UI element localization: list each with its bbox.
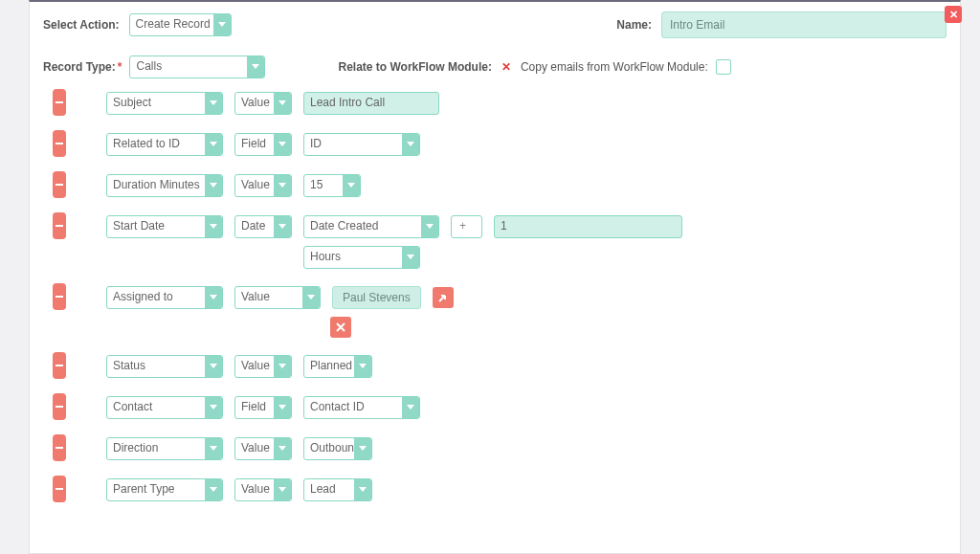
clear-user-button[interactable] [330,317,351,338]
chevron-down-icon [205,479,222,500]
remove-line-button[interactable] [53,393,66,420]
value-dropdown-parent[interactable]: Lead [303,478,372,501]
name-label: Name: [616,18,652,32]
type-dropdown-direction[interactable]: Value [234,437,292,460]
value-dropdown-status[interactable]: Planned [303,355,372,378]
chevron-down-icon [343,175,360,196]
chevron-down-icon [205,134,222,155]
value-dropdown-contact[interactable]: Contact ID [303,396,420,419]
field-dropdown-startdate[interactable]: Start Date [106,215,223,238]
chevron-down-icon [354,479,371,500]
remove-line-button[interactable] [53,212,66,239]
chevron-down-icon [274,93,291,114]
chevron-down-icon [302,287,320,308]
chevron-down-icon [402,134,419,155]
chevron-down-icon [205,216,222,237]
remove-line-button[interactable] [53,434,66,461]
chevron-down-icon [205,397,222,418]
chevron-down-icon [354,356,371,377]
relate-module-label: Relate to WorkFlow Module: [338,60,491,74]
date-offset-input[interactable]: 1 [494,215,682,238]
date-base-dropdown[interactable]: Date Created [303,215,439,238]
chevron-down-icon [205,438,222,459]
relate-module-clear-icon[interactable]: ✕ [501,60,511,74]
value-dropdown-related[interactable]: ID [303,133,420,156]
chevron-down-icon [205,287,222,308]
copy-emails-label: Copy emails from WorkFlow Module: [521,60,708,74]
field-dropdown-contact[interactable]: Contact [106,396,223,419]
chevron-down-icon [274,356,291,377]
record-type-dropdown[interactable]: Calls [129,55,265,78]
value-dropdown-direction[interactable]: Outbound [303,437,372,460]
type-dropdown-related[interactable]: Field [234,133,292,156]
select-action-label: Select Action: [43,18,120,32]
chevron-down-icon [474,216,481,237]
field-dropdown-direction[interactable]: Direction [106,437,223,460]
select-user-button[interactable] [433,287,454,308]
select-action-dropdown[interactable]: Create Record [129,13,232,36]
chevron-down-icon [205,356,222,377]
remove-line-button[interactable] [53,130,66,157]
type-dropdown-contact[interactable]: Field [234,396,292,419]
copy-emails-checkbox[interactable] [716,59,731,75]
chevron-down-icon [421,216,438,237]
date-operator-dropdown[interactable]: + [451,215,482,238]
value-input-subject[interactable]: Lead Intro Call [303,92,439,115]
type-dropdown-startdate[interactable]: Date [234,215,292,238]
chevron-down-icon [213,14,231,35]
type-dropdown-subject[interactable]: Value [234,92,292,115]
chevron-down-icon [274,216,291,237]
chevron-down-icon [274,175,291,196]
close-panel-button[interactable]: ✕ [945,6,962,23]
chevron-down-icon [205,93,222,114]
chevron-down-icon [274,134,291,155]
remove-line-button[interactable] [53,89,66,116]
action-panel: ✕ Select Action: Create Record Name: Rec… [29,0,961,554]
field-dropdown-status[interactable]: Status [106,355,223,378]
chevron-down-icon [402,247,419,268]
field-dropdown-subject[interactable]: Subject [106,92,223,115]
chevron-down-icon [354,438,371,459]
type-dropdown-duration[interactable]: Value [234,174,292,197]
field-dropdown-parent[interactable]: Parent Type [106,478,223,501]
record-type-label: Record Type:* [43,60,122,74]
remove-line-button[interactable] [53,283,66,310]
field-dropdown-related[interactable]: Related to ID [106,133,223,156]
chevron-down-icon [274,479,291,500]
chevron-down-icon [247,56,264,78]
action-name-input[interactable] [661,11,947,38]
remove-line-button[interactable] [53,476,66,502]
assigned-user-tag: Paul Stevens [332,286,421,309]
type-dropdown-parent[interactable]: Value [234,478,292,501]
field-dropdown-assigned[interactable]: Assigned to [106,286,223,309]
remove-line-button[interactable] [53,352,66,379]
remove-line-button[interactable] [53,171,66,198]
chevron-down-icon [274,438,291,459]
type-dropdown-assigned[interactable]: Value [234,286,321,309]
value-dropdown-duration[interactable]: 15 [303,174,361,197]
field-dropdown-duration[interactable]: Duration Minutes [106,174,223,197]
type-dropdown-status[interactable]: Value [234,355,292,378]
chevron-down-icon [274,397,291,418]
date-unit-dropdown[interactable]: Hours [303,246,420,269]
chevron-down-icon [205,175,222,196]
chevron-down-icon [402,397,419,418]
